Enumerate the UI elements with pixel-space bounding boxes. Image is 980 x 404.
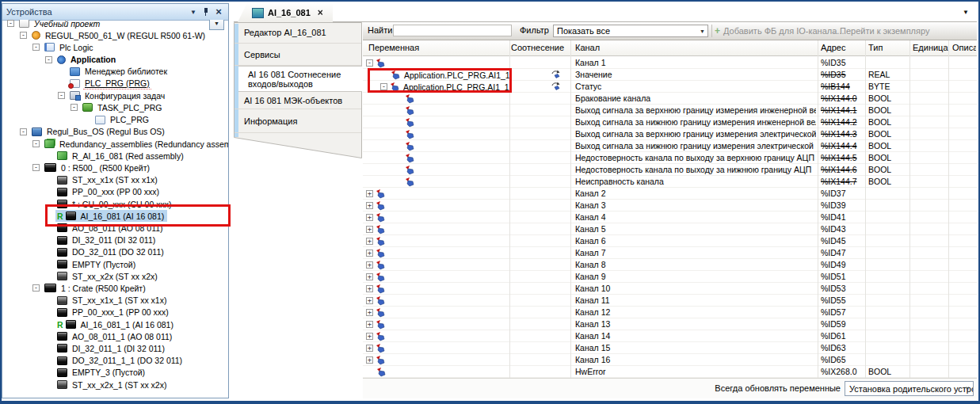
table-row[interactable]: Неисправность канала%IX144.7BOOL — [363, 176, 977, 188]
tree-item[interactable]: -Regul_Bus_OS (Regul Bus OS) — [2, 126, 228, 138]
tree-item[interactable]: ST_xx_x2x (ST xx x2x) — [2, 270, 228, 282]
tree-item[interactable]: DO_32_011_1_1 (DO 32 011) — [2, 355, 228, 367]
tree-item[interactable]: Менеджер библиотек — [2, 66, 228, 78]
tree-item[interactable]: AO_08_011 (AO 08 011) — [2, 222, 228, 234]
editor-nav-item[interactable]: Сервисы — [235, 44, 361, 66]
table-row[interactable]: Выход сигнала за верхнюю границу измерен… — [363, 105, 977, 116]
tree-item[interactable]: -Plc Logic — [2, 41, 228, 53]
table-row[interactable]: -Application.PLC_PRG.AI1_1STСтатус%IB144… — [363, 81, 977, 93]
collapse-icon[interactable]: - — [366, 59, 373, 67]
table-row[interactable]: Бракование канала%IX144.0BOOL — [363, 93, 977, 105]
editor-nav-item[interactable]: Редактор AI_16_081 — [235, 22, 361, 44]
column-header[interactable]: Единица — [913, 43, 948, 52]
collapse-icon[interactable]: - — [32, 140, 40, 147]
table-row[interactable]: +Канал 16%ID65 — [363, 354, 977, 366]
tree-item[interactable]: RAI_16_081 (AI 16 081) — [2, 210, 228, 222]
tree-item[interactable]: ST_xx_x1x_1 (ST xx x1x) — [2, 295, 228, 307]
table-row[interactable]: Выход сигнала за нижнюю границу измерени… — [363, 140, 977, 152]
tree-item[interactable]: * : CU_00_xxx (CU 00 xxx) — [2, 198, 228, 210]
update-mode-select[interactable]: Установка родительского устройства ∨ — [845, 381, 974, 396]
collapse-icon[interactable]: - — [32, 44, 40, 51]
expand-icon[interactable]: + — [366, 356, 373, 364]
table-row[interactable]: Недостоверность канала по выходу за нижн… — [363, 164, 977, 176]
tab-ai-16-081[interactable]: AI_16_081 × — [238, 3, 333, 22]
tree-item[interactable]: ST_xx_x2x_1 (ST xx x2x) — [2, 379, 228, 391]
expand-icon[interactable]: + — [366, 238, 373, 245]
table-row[interactable]: Выход сигнала за нижнюю границу измерени… — [363, 116, 977, 128]
table-row[interactable]: Недостоверность канала по выходу за верх… — [363, 152, 977, 164]
tree-item[interactable]: -0 : R500_ (R500 Крейт) — [2, 162, 228, 173]
column-header[interactable]: Адрес — [821, 43, 864, 52]
table-row[interactable]: +Канал 8%ID49 — [363, 259, 977, 271]
tree-item[interactable]: -Application — [2, 54, 228, 66]
table-row[interactable]: Application.PLC_PRG.AI1_1Значение%ID35RE… — [363, 69, 977, 81]
tree-item[interactable]: DI_32_011 (DI 32 011) — [2, 234, 228, 246]
table-row[interactable]: +Канал 4%ID41 — [363, 212, 977, 223]
table-row[interactable]: +Канал 9%ID51 — [363, 271, 977, 283]
add-fb-button[interactable]: + Добавить ФБ для IO-канала... — [715, 25, 845, 37]
column-separator[interactable] — [570, 40, 571, 378]
tab-list-chevron-icon[interactable]: ▼ — [963, 9, 969, 16]
column-separator[interactable] — [509, 40, 510, 378]
tab-close-icon[interactable]: × — [318, 9, 323, 17]
column-separator[interactable] — [818, 40, 818, 378]
table-row[interactable]: +Канал 12%ID57 — [363, 307, 977, 318]
column-header[interactable]: Соотнесение — [511, 43, 570, 52]
table-row[interactable]: -Канал 1%ID35 — [363, 57, 977, 69]
table-row[interactable]: +Канал 15%ID63 — [363, 342, 977, 354]
tree-item[interactable]: EMPTY (Пустой) — [2, 258, 228, 270]
column-header[interactable]: Переменная — [368, 43, 503, 52]
table-row[interactable]: +Канал 5%ID43 — [363, 223, 977, 235]
table-row[interactable]: +Канал 7%ID47 — [363, 247, 977, 259]
table-row[interactable]: +Канал 2%ID37 — [363, 188, 977, 200]
tree-item[interactable]: -REGUL_R500_61_W (REGUL R500 61-W) — [2, 29, 228, 41]
expand-icon[interactable]: + — [366, 333, 373, 340]
tree-item[interactable]: -Учебный проект▼ — [2, 20, 228, 29]
tree-item[interactable]: PLC_PRG — [2, 114, 228, 126]
column-header[interactable]: Канал — [575, 43, 813, 52]
table-row[interactable]: +Канал 10%ID53 — [363, 283, 977, 295]
tree-item[interactable]: DI_32_011_1 (DI 32 011) — [2, 342, 228, 354]
tree-item[interactable]: PLC_PRG (PRG) — [2, 78, 228, 90]
expand-icon[interactable]: + — [366, 226, 373, 233]
collapse-icon[interactable]: - — [32, 164, 40, 171]
table-row[interactable]: HwError%IX268.0BOOL — [363, 366, 977, 378]
pin-icon[interactable] — [200, 7, 212, 17]
tree-item[interactable]: -TASK_PLC_PRG — [2, 101, 228, 113]
expand-icon[interactable]: + — [366, 321, 373, 328]
filter-combobox[interactable]: Показать все ▼ — [553, 25, 708, 37]
expand-icon[interactable]: + — [366, 190, 373, 197]
collapse-icon[interactable]: - — [20, 128, 27, 135]
collapse-icon[interactable]: - — [45, 56, 52, 63]
expand-icon[interactable]: + — [366, 309, 373, 316]
expand-icon[interactable]: + — [366, 345, 373, 352]
tree-item[interactable]: ST_xx_x1x (ST xx x1x) — [2, 174, 228, 186]
collapse-icon[interactable]: - — [380, 83, 387, 90]
collapse-icon[interactable]: - — [32, 284, 40, 292]
table-row[interactable]: +Канал 6%ID45 — [363, 235, 977, 247]
expand-icon[interactable]: + — [366, 273, 373, 280]
tree-item[interactable]: DO_32_011 (DO 32 011) — [2, 246, 228, 258]
goto-instance-button[interactable]: → Перейти к экземпляру — [829, 25, 930, 37]
tree-item[interactable]: -Redundancy_assemblies (Redundancy assem… — [2, 138, 228, 150]
column-header[interactable]: Описание — [952, 43, 976, 52]
collapse-icon[interactable]: - — [20, 32, 27, 39]
expand-icon[interactable]: + — [366, 297, 373, 304]
project-dropdown-button[interactable]: ▼ — [209, 20, 224, 30]
column-separator[interactable] — [909, 40, 910, 378]
tree-item[interactable]: AO_08_011_1 (AO 08 011) — [2, 330, 228, 342]
expand-icon[interactable]: + — [366, 202, 373, 209]
collapse-icon[interactable]: - — [7, 20, 14, 27]
chevron-down-icon[interactable]: ▼ — [188, 9, 199, 16]
expand-icon[interactable]: + — [366, 250, 373, 257]
editor-nav-item[interactable]: AI 16 081 МЭК-объектов — [235, 92, 361, 109]
tree-item[interactable]: RAI_16_081_1 (AI 16 081) — [2, 318, 228, 330]
tree-item[interactable]: R_AI_16_081 (Red assembly) — [2, 150, 228, 162]
table-row[interactable]: +Канал 13%ID59 — [363, 318, 977, 330]
collapse-icon[interactable]: - — [58, 92, 65, 99]
table-row[interactable]: +Канал 14%ID61 — [363, 330, 977, 342]
table-row[interactable]: +Канал 3%ID39 — [363, 200, 977, 212]
collapse-icon[interactable]: - — [71, 104, 78, 111]
close-icon[interactable]: × — [213, 8, 224, 16]
column-separator[interactable] — [948, 40, 949, 378]
